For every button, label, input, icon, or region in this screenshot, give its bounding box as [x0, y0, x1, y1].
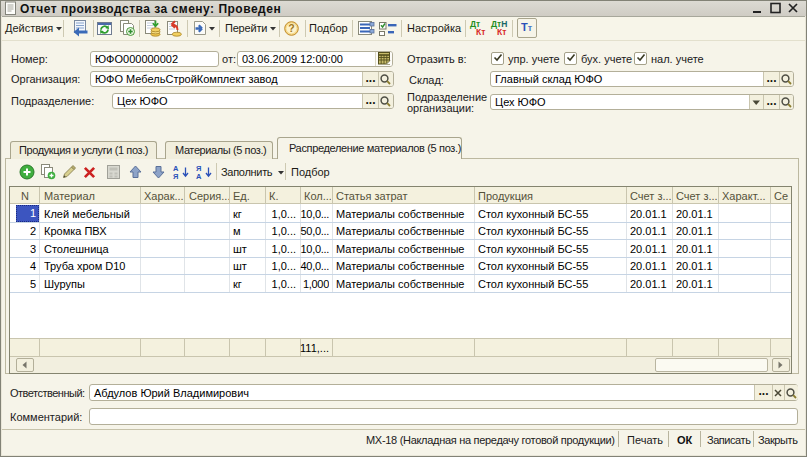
svg-text:?: ?: [288, 22, 294, 34]
